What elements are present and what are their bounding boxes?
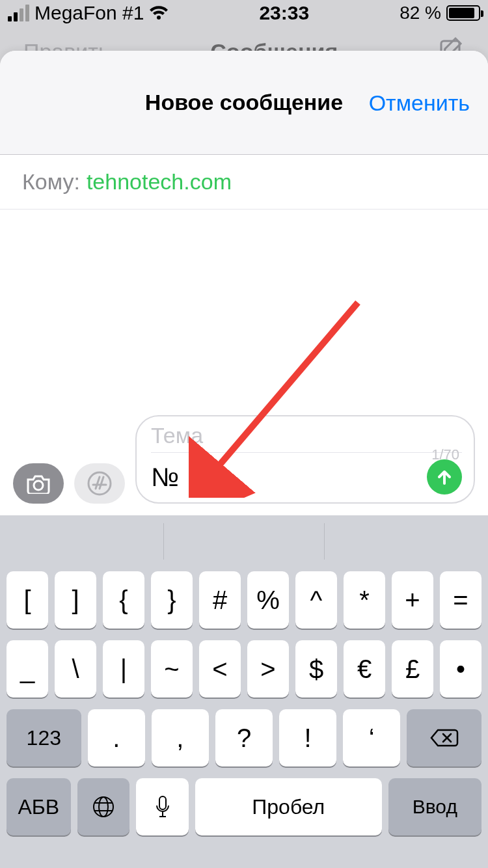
backspace-key[interactable]: [407, 709, 481, 766]
numbers-key[interactable]: 123: [7, 709, 81, 766]
key[interactable]: {: [103, 571, 144, 629]
sheet-title: Новое сообщение: [145, 90, 343, 115]
mic-icon: [155, 795, 170, 819]
key[interactable]: =: [440, 571, 481, 629]
abc-key[interactable]: АБВ: [7, 778, 71, 835]
clock: 23:33: [259, 2, 309, 24]
carrier-label: MegaFon #1: [34, 2, 144, 24]
status-bar: MegaFon #1 23:33 82 %: [0, 0, 488, 26]
key[interactable]: £: [392, 640, 433, 698]
new-message-sheet: Новое сообщение Отменить Кому: tehnotech…: [0, 51, 488, 868]
key[interactable]: .: [88, 709, 145, 766]
key-row-2: _ \ | ~ < > $ € £ •: [4, 640, 484, 698]
key[interactable]: ^: [295, 571, 337, 629]
key[interactable]: !: [279, 709, 336, 766]
to-value: tehnotech.com: [87, 169, 232, 195]
to-label: Кому:: [22, 169, 80, 195]
appstore-button[interactable]: [74, 463, 125, 504]
backspace-icon: [430, 727, 459, 748]
key[interactable]: €: [344, 640, 385, 698]
key[interactable]: \: [55, 640, 96, 698]
key[interactable]: •: [440, 640, 481, 698]
space-key[interactable]: Пробел: [195, 778, 382, 835]
key[interactable]: ?: [215, 709, 273, 766]
globe-key[interactable]: [77, 778, 130, 835]
key[interactable]: _: [7, 640, 48, 698]
key-row-4: АБВ Пробел Ввод: [4, 778, 484, 835]
mic-key[interactable]: [136, 778, 189, 835]
svg-point-4: [94, 797, 113, 817]
sheet-header: Новое сообщение Отменить: [0, 51, 488, 155]
wifi-icon: [149, 5, 169, 21]
key-row-1: [ ] { } # % ^ * + =: [4, 571, 484, 629]
key[interactable]: >: [247, 640, 289, 698]
key[interactable]: <: [199, 640, 241, 698]
globe-icon: [92, 795, 115, 819]
key[interactable]: $: [295, 640, 337, 698]
key[interactable]: ~: [151, 640, 193, 698]
key[interactable]: ‘: [343, 709, 400, 766]
key[interactable]: [: [7, 571, 48, 629]
camera-button[interactable]: [13, 463, 64, 504]
char-counter: 1/70: [431, 446, 459, 463]
cancel-button[interactable]: Отменить: [369, 90, 470, 115]
message-text[interactable]: №: [151, 463, 179, 492]
key[interactable]: +: [392, 571, 433, 629]
subject-field[interactable]: Тема: [151, 423, 462, 453]
key[interactable]: ,: [152, 709, 209, 766]
key[interactable]: %: [247, 571, 289, 629]
recipient-row[interactable]: Кому: tehnotech.com: [0, 155, 488, 210]
svg-rect-6: [159, 796, 166, 809]
battery-icon: [446, 5, 480, 21]
key[interactable]: }: [151, 571, 193, 629]
key-row-3: 123 . , ? ! ‘: [4, 709, 484, 766]
key[interactable]: |: [103, 640, 144, 698]
send-button[interactable]: [427, 459, 462, 495]
svg-point-3: [88, 472, 111, 495]
cellular-signal-icon: [8, 5, 29, 21]
key[interactable]: ]: [55, 571, 96, 629]
enter-key[interactable]: Ввод: [388, 778, 481, 835]
keyboard: [ ] { } # % ^ * + = _ \ | ~ < > $ € £: [0, 515, 488, 868]
key[interactable]: *: [344, 571, 385, 629]
compose-bar: Тема 1/70 №: [0, 405, 488, 515]
message-input-box[interactable]: Тема 1/70 №: [135, 415, 475, 504]
svg-point-5: [99, 797, 108, 817]
suggestion-bar[interactable]: [4, 523, 484, 560]
battery-percent: 82 %: [400, 3, 441, 23]
arrow-up-icon: [435, 468, 454, 486]
key[interactable]: #: [199, 571, 241, 629]
